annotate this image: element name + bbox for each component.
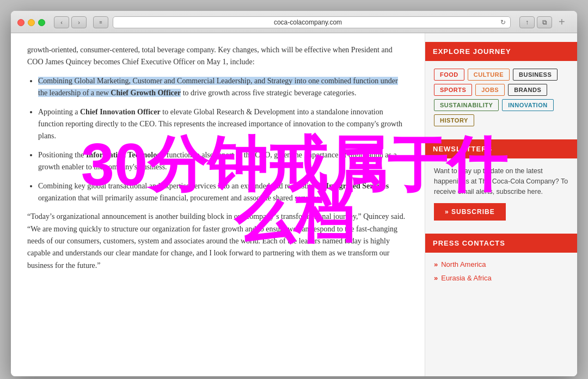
explore-journey-section: EXPLORE JOURNEY FOOD CULTURE BUSINESS SP… (434, 42, 568, 126)
tag-innovation[interactable]: INNOVATION (502, 99, 553, 111)
tag-history[interactable]: HISTORY (434, 114, 474, 126)
tag-culture[interactable]: CULTURE (468, 69, 510, 81)
bullet3-bold: Information Technology (86, 151, 164, 159)
bullet4-bold: Integrated Services (326, 182, 389, 190)
tabs-button[interactable]: ⧉ (537, 16, 552, 28)
minimize-button[interactable] (28, 19, 35, 26)
quote-paragraph: “Today’s organizational announcement is … (27, 211, 408, 272)
tag-food[interactable]: FOOD (434, 69, 464, 81)
browser-window: ‹ › ≡ coca-colacompany.com ↻ ↑ ⧉ + growt… (11, 11, 577, 376)
newsletter-text: Want to stay up to date on the latest ha… (434, 166, 568, 197)
intro-paragraph: growth-oriented, consumer-centered, tota… (27, 44, 408, 69)
subscribe-button[interactable]: SUBSCRIBE (434, 203, 506, 221)
new-tab-button[interactable]: + (559, 16, 571, 28)
url-bar[interactable]: coca-colacompany.com ↻ (113, 16, 511, 28)
press-link-eurasia-africa[interactable]: Eurasia & Africa (434, 274, 568, 282)
article-main: growth-oriented, consumer-centered, tota… (11, 33, 425, 376)
press-contacts-section: PRESS CONTACTS North America Eurasia & A… (434, 234, 568, 282)
toolbar-right: ↑ ⧉ (519, 16, 552, 28)
press-contacts-heading: PRESS CONTACTS (425, 234, 577, 253)
explore-journey-heading: EXPLORE JOURNEY (425, 42, 577, 61)
bullet-list: Combining Global Marketing, Customer and… (38, 75, 408, 205)
tags-grid: FOOD CULTURE BUSINESS SPORTS JOBS BRANDS… (434, 69, 568, 126)
tag-sports[interactable]: SPORTS (434, 84, 472, 96)
bullet1-rest: to drive growth across five strategic be… (181, 89, 356, 97)
bullet1-bold: Chief Growth Officer (111, 89, 181, 97)
tag-jobs[interactable]: JOBS (475, 84, 505, 96)
sidebar: EXPLORE JOURNEY FOOD CULTURE BUSINESS SP… (425, 33, 577, 376)
newsletters-section: NEWSLETTERS Want to stay up to date on t… (434, 139, 568, 221)
reader-button[interactable]: ≡ (93, 16, 108, 28)
bullet-item-4: Combining key global transactional and e… (38, 180, 408, 205)
press-link-north-america[interactable]: North America (434, 260, 568, 268)
bullet2-bold: Chief Innovation Officer (80, 108, 161, 116)
back-button[interactable]: ‹ (54, 16, 69, 28)
refresh-button[interactable]: ↻ (500, 19, 506, 26)
tag-sustainability[interactable]: SUSTAINABILITY (434, 99, 499, 111)
url-text: coca-colacompany.com (118, 19, 498, 26)
browser-titlebar: ‹ › ≡ coca-colacompany.com ↻ ↑ ⧉ + (11, 11, 577, 33)
traffic-lights (17, 19, 45, 26)
forward-button[interactable]: › (71, 16, 87, 28)
share-button[interactable]: ↑ (519, 16, 535, 28)
browser-content: growth-oriented, consumer-centered, tota… (11, 33, 577, 376)
bullet-item-2: Appointing a Chief Innovation Officer to… (38, 106, 408, 143)
bullet-item-1: Combining Global Marketing, Customer and… (38, 75, 408, 100)
nav-buttons: ‹ › (54, 16, 87, 28)
tag-brands[interactable]: BRANDS (508, 84, 547, 96)
maximize-button[interactable] (38, 19, 45, 26)
close-button[interactable] (17, 19, 24, 26)
bullet-item-3: Positioning the Information Technology f… (38, 149, 408, 174)
tag-business[interactable]: BUSINESS (513, 69, 558, 81)
newsletters-heading: NEWSLETTERS (425, 139, 577, 158)
